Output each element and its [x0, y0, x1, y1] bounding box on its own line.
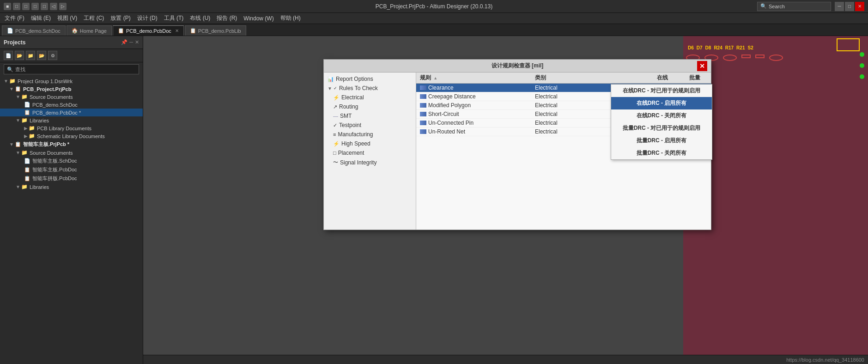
sch-icon: 📄: [24, 102, 30, 108]
tree-pcb-project[interactable]: ▼ 📋 PCB_Project.PrjPcb: [0, 85, 143, 93]
maximize-button[interactable]: □: [845, 2, 854, 11]
menu-help[interactable]: 帮助 (H): [278, 13, 303, 23]
tree-libraries-1[interactable]: ▼ 📁 Libraries: [0, 116, 143, 124]
sidebar-minimize-icon[interactable]: ─: [129, 39, 133, 45]
tab-pcbdoc[interactable]: 📋 PCB_demo.PcbDoc ✕: [113, 25, 184, 36]
menu-project[interactable]: 工程 (C): [81, 13, 107, 23]
toolbar-btn-4[interactable]: □: [41, 3, 48, 10]
modal-tree-signal-integrity[interactable]: 〜 Signal Integrity: [324, 158, 416, 167]
menu-tools[interactable]: 工具 (T): [161, 13, 187, 23]
menu-route[interactable]: 布线 (U): [187, 13, 213, 23]
sidebar-controls: 📌 ─ ✕: [121, 39, 139, 45]
menu-place[interactable]: 放置 (P): [108, 13, 133, 23]
report-options-icon: 📊: [328, 76, 334, 82]
modal-electrical-label: Electrical: [341, 94, 364, 101]
tree-smart-pcbdoc2[interactable]: 📋 智能车拼版.PcbDoc: [0, 174, 143, 183]
tab-close-pcbdoc[interactable]: ✕: [175, 28, 179, 33]
tree-pcbdoc[interactable]: 📋 PCB_demo.PcbDoc *: [0, 109, 143, 116]
tree-schdoc[interactable]: 📄 PCB_demo.SchDoc: [0, 101, 143, 109]
tab-label-schdoc: PCB_demo.SchDoc: [15, 28, 61, 34]
menu-view[interactable]: 视图 (V): [55, 13, 80, 23]
main-layout: Projects 📌 ─ ✕ 📄 📂 📁 📂 ⚙ 🔍 查找 ▼ 📁 Pr: [0, 36, 868, 364]
smart-project-icon: 📋: [15, 141, 21, 147]
modal-tree-high-speed[interactable]: ⚡ High Speed: [324, 139, 416, 148]
row-unrouted-net-rule: Un-Routed Net: [416, 128, 531, 135]
unrouted-net-rule-icon: [420, 129, 426, 134]
modal-close-button[interactable]: ✕: [697, 61, 707, 71]
tree-project-group[interactable]: ▼ 📁 Project Group 1.DsnWrk: [0, 77, 143, 85]
tab-label-pcblib: PCB_demo.PcbLib: [198, 28, 241, 34]
modified-polygon-rule-icon: [420, 103, 426, 108]
close-button[interactable]: ✕: [855, 2, 864, 11]
tree-arrow-src2: ▼: [16, 150, 20, 155]
smt-icon: —: [333, 113, 338, 119]
modal-signal-integrity-label: Signal Integrity: [340, 159, 376, 166]
window-controls[interactable]: ─ □ ✕: [835, 2, 864, 11]
menu-edit[interactable]: 编辑 (E): [28, 13, 54, 23]
modal-tree-testpoint[interactable]: ✓ Testpoint: [324, 121, 416, 130]
toolbar-btn-5[interactable]: ◁: [50, 3, 57, 10]
tree-source-docs-1[interactable]: ▼ 📁 Source Documents: [0, 93, 143, 101]
tree-source-docs-2[interactable]: ▼ 📁 Source Documents: [0, 149, 143, 157]
tree-sch-lib-docs[interactable]: ▶ 📁 Schematic Library Documents: [0, 132, 143, 140]
row-short-circuit-rule: Short-Circuit: [416, 111, 531, 117]
ctx-online-used[interactable]: 在线DRC - 对已用于的规则启用: [611, 85, 712, 97]
menu-design[interactable]: 设计 (D): [134, 13, 160, 23]
sidebar-pin-icon[interactable]: 📌: [121, 39, 127, 45]
sidebar-close-icon[interactable]: ✕: [135, 39, 139, 45]
ctx-online-close[interactable]: 在线DRC - 关闭所有: [611, 109, 712, 122]
ctx-batch-close[interactable]: 批量DRC - 关闭所有: [611, 147, 712, 159]
short-circuit-rule-icon: [420, 112, 426, 116]
rules-icon: ✓: [334, 86, 337, 91]
row-unconnected-pin-rule: Un-Connected Pin: [416, 120, 531, 126]
tree-smart-pcbdoc-label: 智能车主板.PcbDoc: [32, 166, 77, 173]
drc-dialog: 设计规则检查器 [mil] ✕ 📊 Report Options: [323, 59, 711, 230]
menu-report[interactable]: 报告 (R): [214, 13, 240, 23]
modal-tree-electrical[interactable]: ⚡ Electrical: [324, 93, 416, 102]
modal-tree-placement[interactable]: □ Placement: [324, 148, 416, 158]
title-bar-title: PCB_Project.PrjPcb - Altium Designer (20…: [376, 3, 492, 10]
row-modified-polygon-rule: Modified Polygon: [416, 102, 531, 109]
testpoint-icon: ✓: [333, 122, 337, 128]
toolbar-folder[interactable]: 📁: [26, 51, 35, 60]
sidebar-toolbar: 📄 📂 📁 📂 ⚙: [0, 49, 143, 62]
tab-pcblib[interactable]: 📋 PCB_demo.PcbLib: [185, 25, 246, 36]
toolbar-settings[interactable]: ⚙: [48, 51, 57, 60]
tab-schdoc[interactable]: 📄 PCB_demo.SchDoc: [2, 25, 66, 36]
menu-file[interactable]: 文件 (F): [2, 13, 27, 23]
modal-tree-manufacturing[interactable]: ≡ Manufacturing: [324, 130, 416, 139]
tree-group-label: Project Group 1.DsnWrk: [18, 79, 73, 84]
ctx-batch-used[interactable]: 批量DRC - 对已用于的规则启用: [611, 122, 712, 134]
tree-pcb-lib-docs[interactable]: ▶ 📁 PCB Library Documents: [0, 124, 143, 132]
minimize-button[interactable]: ─: [835, 2, 844, 11]
toolbar-btn-6[interactable]: ▷: [59, 3, 67, 10]
tree-smart-libraries[interactable]: ▼ 📁 Libraries: [0, 183, 143, 191]
toolbar-btn-1[interactable]: □: [13, 3, 20, 10]
toolbar-folder-open[interactable]: 📂: [37, 51, 46, 60]
modal-tree-smt[interactable]: — SMT: [324, 111, 416, 121]
tab-label-pcbdoc: PCB_demo.PcbDoc: [126, 28, 171, 34]
sidebar-search-box[interactable]: 🔍 查找: [4, 64, 139, 74]
ctx-batch-all[interactable]: 批量DRC - 启用所有: [611, 134, 712, 147]
modal-routing-label: Routing: [339, 103, 358, 110]
toolbar-btn-2[interactable]: □: [22, 3, 30, 10]
menu-window[interactable]: Window (W): [241, 14, 276, 23]
tree-arrow-schlib: ▶: [24, 133, 28, 139]
tree-smart-project[interactable]: ▼ 📋 智能车主板.PrjPcb *: [0, 140, 143, 149]
tree-smart-schdoc-label: 智能车主板.SchDoc: [32, 158, 77, 164]
tab-homepage[interactable]: 🏠 Home Page: [67, 25, 112, 36]
modal-tree-rules-to-check[interactable]: ▼ ✓ Rules To Check: [324, 84, 416, 93]
tree-smart-pcbdoc[interactable]: 📋 智能车主板.PcbDoc: [0, 165, 143, 174]
toolbar-open[interactable]: 📂: [15, 51, 24, 60]
tab-label-homepage: Home Page: [80, 28, 107, 34]
smart-lib-icon: 📁: [21, 184, 28, 190]
toolbar-new[interactable]: 📄: [4, 51, 13, 60]
modal-tree-routing[interactable]: ↗ Routing: [324, 102, 416, 111]
title-search-box[interactable]: 🔍 Search: [757, 2, 831, 11]
ctx-online-all[interactable]: 在线DRC - 启用所有: [611, 97, 712, 109]
toolbar-btn-3[interactable]: □: [31, 3, 39, 10]
modal-placement-label: Placement: [338, 150, 364, 156]
title-bar: ■ □ □ □ □ ◁ ▷ PCB_Project.PrjPcb - Altiu…: [0, 0, 868, 13]
modal-tree-report-options[interactable]: 📊 Report Options: [324, 74, 416, 84]
tree-smart-schdoc[interactable]: 📄 智能车主板.SchDoc: [0, 157, 143, 165]
